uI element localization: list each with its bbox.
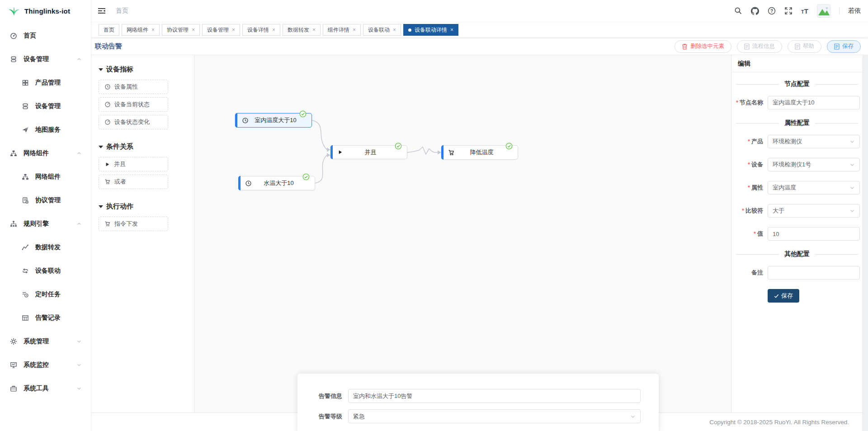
network-icon	[22, 173, 29, 180]
fullscreen-icon[interactable]	[784, 7, 793, 15]
close-icon[interactable]: ×	[272, 27, 275, 33]
check-badge-icon	[302, 173, 310, 180]
tab-data-forward[interactable]: 数据转发×	[283, 24, 321, 36]
sidebar-item-map-service[interactable]: 地图服务	[0, 118, 91, 142]
chevron-up-icon	[76, 151, 82, 156]
username[interactable]: 若依	[848, 7, 861, 15]
tab-device-manage[interactable]: 设备管理×	[202, 24, 240, 36]
save-node-button[interactable]: 保存	[768, 289, 799, 303]
help-icon[interactable]: ?	[768, 7, 776, 15]
palette-item-and[interactable]: 并且	[99, 157, 168, 171]
sidebar-item-data-forward[interactable]: 数据转发	[0, 236, 91, 259]
flow-node-lower-temp[interactable]: 降低温度	[441, 145, 518, 160]
value-input[interactable]	[773, 231, 855, 237]
tags-view-bar: 首页 网络组件× 协议管理× 设备管理× 设备详情× 数据转发× 组件详情× 设…	[91, 22, 868, 38]
attribute-select[interactable]: 室内温度	[768, 181, 860, 194]
palette-group-condition[interactable]: 条件关系	[99, 142, 194, 151]
section-other-config: 其他配置	[736, 250, 858, 258]
sidebar-item-system-tools[interactable]: 系统工具	[0, 377, 91, 400]
section-attr-config: 属性配置	[736, 119, 858, 127]
network-icon	[10, 150, 17, 157]
node-editor-panel: 编辑 节点配置 节点名称 属性配置 产品 环境检测仪 设备 环境检测仪1号 属性…	[731, 55, 863, 412]
palette-item-device-current-state[interactable]: 设备当前状态	[99, 97, 168, 112]
sidebar-collapse-icon[interactable]	[91, 7, 108, 14]
gear-icon	[10, 338, 17, 345]
help-button[interactable]: 帮助	[788, 40, 821, 53]
check-icon	[774, 294, 779, 298]
document-icon	[744, 43, 750, 50]
logo-plant-icon	[8, 6, 20, 16]
node-name-input[interactable]	[773, 99, 855, 106]
github-icon[interactable]	[751, 7, 759, 15]
palette-item-command-dispatch[interactable]: 指令下发	[99, 217, 168, 231]
save-flow-button[interactable]: 保存	[827, 40, 861, 53]
tab-device-detail[interactable]: 设备详情×	[242, 24, 280, 36]
palette-group-device-metrics[interactable]: 设备指标	[99, 65, 194, 74]
close-icon[interactable]: ×	[312, 27, 316, 33]
tab-protocol-manage[interactable]: 协议管理×	[162, 24, 200, 36]
alarm-config-card: 告警信息 告警等级 紧急	[297, 374, 659, 431]
close-icon[interactable]: ×	[450, 27, 453, 33]
delete-selected-button[interactable]: 删除选中元素	[675, 40, 731, 53]
flow-node-room-temp[interactable]: 室内温度大于10	[235, 113, 312, 128]
header-actions: ? TT 若依	[734, 4, 868, 18]
close-icon[interactable]: ×	[353, 27, 356, 33]
alarm-message-input[interactable]	[353, 393, 636, 399]
avatar[interactable]	[817, 4, 830, 18]
sidebar: Thinglinks-iot 首页 设备管理 产品管理 设备管理	[0, 0, 91, 431]
active-dot	[408, 28, 411, 32]
close-icon[interactable]: ×	[393, 27, 396, 33]
sidebar-item-network-component-sub[interactable]: 网络组件	[0, 165, 91, 189]
flow-node-water-temp[interactable]: 水温大于10	[238, 176, 315, 190]
node-palette: 设备指标 设备属性 设备当前状态 设备状态变化 条件关系 并且 或者	[91, 55, 194, 412]
sidebar-item-home[interactable]: 首页	[0, 24, 91, 47]
flow-canvas[interactable]: 室内温度大于10 并且 降低温度 水温大于10	[194, 55, 731, 412]
data-forward-icon	[22, 244, 29, 251]
play-icon	[337, 149, 343, 155]
scrollbar-track[interactable]	[863, 55, 868, 431]
sidebar-item-timed-task[interactable]: 定时任务	[0, 283, 91, 306]
monitor-icon	[10, 361, 17, 369]
sidebar-item-device-manage-sub[interactable]: 设备管理	[0, 95, 91, 118]
font-size-icon[interactable]: TT	[801, 8, 808, 14]
sidebar-item-device-linkage[interactable]: 设备联动	[0, 259, 91, 283]
sidebar-item-protocol-manage[interactable]: 协议管理	[0, 189, 91, 212]
search-icon[interactable]	[734, 7, 742, 15]
device-select[interactable]: 环境检测仪1号	[768, 158, 860, 171]
flow-node-and[interactable]: 并且	[330, 145, 407, 159]
sidebar-item-system-manage[interactable]: 系统管理	[0, 330, 91, 353]
palette-item-device-attribute[interactable]: 设备属性	[99, 80, 168, 94]
palette-group-action[interactable]: 执行动作	[99, 202, 194, 211]
tab-network-component[interactable]: 网络组件×	[122, 24, 160, 36]
close-icon[interactable]: ×	[192, 27, 195, 33]
comparator-select[interactable]: 大于	[768, 204, 860, 218]
product-select[interactable]: 环境检测仪	[768, 135, 860, 148]
cart-icon	[448, 149, 455, 156]
tab-component-detail[interactable]: 组件详情×	[323, 24, 361, 36]
remark-label: 备注	[731, 269, 768, 277]
sidebar-item-product-manage[interactable]: 产品管理	[0, 71, 91, 95]
remark-input[interactable]	[773, 270, 855, 276]
sidebar-item-network-component[interactable]: 网络组件	[0, 142, 91, 165]
chevron-down-icon	[849, 208, 855, 213]
flow-info-button[interactable]: 流程信息	[737, 40, 782, 53]
sidebar-item-alarm-record[interactable]: 告警记录	[0, 306, 91, 330]
palette-item-or[interactable]: 或者	[99, 175, 168, 189]
chevron-down-icon	[76, 386, 82, 391]
breadcrumb[interactable]: 首页	[116, 7, 128, 15]
tab-home[interactable]: 首页	[99, 24, 119, 36]
close-icon[interactable]: ×	[232, 27, 235, 33]
alarm-level-select[interactable]: 紧急	[348, 409, 641, 423]
tab-device-linkage-detail[interactable]: 设备联动详情×	[403, 24, 458, 36]
sidebar-item-device-manage[interactable]: 设备管理	[0, 47, 91, 71]
toolbar-buttons: 删除选中元素 流程信息 帮助 保存	[675, 40, 861, 53]
close-icon[interactable]: ×	[151, 27, 155, 33]
palette-item-device-state-change[interactable]: 设备状态变化	[99, 115, 168, 129]
section-node-config: 节点配置	[736, 80, 858, 88]
sidebar-item-rule-engine[interactable]: 规则引擎	[0, 212, 91, 236]
app-logo[interactable]: Thinglinks-iot	[0, 0, 91, 22]
editor-title: 编辑	[731, 55, 863, 72]
tab-device-linkage[interactable]: 设备联动×	[363, 24, 401, 36]
chevron-up-icon	[76, 221, 82, 227]
sidebar-item-system-monitor[interactable]: 系统监控	[0, 353, 91, 377]
